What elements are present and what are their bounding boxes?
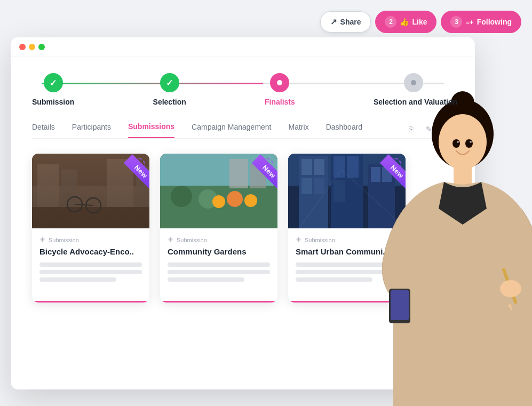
tab-campaign[interactable]: Campaign Management [192, 123, 271, 138]
card-tag-2: ✳ Submission [168, 236, 270, 244]
card-lines-2 [168, 262, 270, 282]
card-tag-label-3: Submission [305, 237, 335, 243]
like-button[interactable]: 2 👍 Like [375, 11, 436, 33]
svg-point-7 [67, 197, 82, 212]
like-icon: 👍 [400, 18, 409, 26]
svg-point-17 [212, 195, 225, 208]
card-bottom-line-2 [160, 301, 277, 302]
following-button[interactable]: 3 ≡+ Following [441, 11, 521, 33]
person-area [351, 59, 532, 406]
check-icon: ✓ [50, 78, 57, 88]
step-circle-finalists [270, 73, 289, 92]
step-valuation: Selection and Valuation [374, 73, 454, 106]
svg-point-48 [457, 141, 459, 143]
steps-container: ✓ Submission ✓ Selection F [32, 73, 454, 106]
svg-rect-24 [314, 159, 324, 175]
svg-point-45 [500, 280, 521, 297]
step-label-selection: Selection [153, 98, 186, 106]
minimize-dot[interactable] [29, 44, 35, 50]
card-tag-label-2: Submission [177, 237, 207, 243]
svg-rect-4 [61, 170, 77, 207]
card-line [168, 277, 244, 282]
step-finalists: Finalists [265, 73, 295, 106]
step-selection: ✓ Selection [153, 73, 186, 106]
card-2[interactable]: New ✳ Submission Community Gardens [160, 154, 277, 302]
new-badge-1: New [107, 154, 149, 196]
like-label: Like [412, 18, 427, 26]
new-badge-text-2: New [252, 154, 277, 189]
tab-submissions[interactable]: Submissions [128, 122, 174, 138]
svg-rect-1 [32, 207, 149, 228]
share-button[interactable]: ↗ Share [320, 11, 371, 33]
window-controls [19, 44, 45, 50]
share-icon: ↗ [330, 17, 337, 27]
scene: ↗ Share 2 👍 Like 3 ≡+ Following [0, 0, 532, 406]
svg-rect-28 [334, 156, 345, 178]
step-circle-submission: ✓ [44, 73, 63, 92]
svg-rect-42 [391, 290, 409, 320]
new-badge-text-1: New [124, 154, 149, 189]
svg-rect-3 [37, 164, 59, 207]
browser-titlebar [11, 37, 475, 57]
new-badge-2: New [235, 154, 277, 196]
action-bar: ↗ Share 2 👍 Like 3 ≡+ Following [320, 11, 521, 33]
maximize-dot[interactable] [38, 44, 45, 50]
svg-rect-25 [301, 178, 312, 194]
step-label-finalists: Finalists [265, 98, 295, 106]
card-body-2: ✳ Submission Community Gardens [160, 228, 277, 292]
svg-rect-26 [314, 178, 324, 194]
check-icon-2: ✓ [166, 78, 173, 88]
card-image-1: New [32, 154, 149, 228]
following-label: Following [477, 18, 512, 26]
card-body-1: ✳ Submission Bicycle Advocacy-Enco.. [32, 228, 149, 292]
step-label-valuation: Selection and Valuation [374, 98, 454, 106]
card-line [39, 270, 142, 274]
new-badge-text-3: New [380, 154, 406, 189]
svg-point-38 [439, 114, 487, 170]
step-circle-valuation [404, 73, 423, 92]
card-title-2: Community Gardens [168, 247, 270, 256]
card-1[interactable]: New ✳ Submission Bicycle Advocacy-Enco.. [32, 154, 149, 302]
card-lines-1 [39, 262, 142, 282]
svg-rect-30 [334, 180, 345, 202]
svg-rect-23 [301, 159, 312, 175]
card-image-2: New [160, 154, 277, 228]
svg-point-15 [171, 186, 192, 207]
submission-icon-1: ✳ [39, 236, 45, 244]
person-svg [351, 59, 532, 406]
submission-icon-2: ✳ [168, 236, 173, 244]
card-bottom-line-1 [32, 301, 149, 302]
submission-icon-3: ✳ [296, 236, 301, 244]
new-badge-3: New [363, 154, 406, 196]
like-count: 2 [385, 16, 396, 28]
share-label: Share [340, 18, 361, 26]
close-dot[interactable] [19, 44, 26, 50]
card-line [168, 262, 270, 267]
tab-matrix[interactable]: Matrix [289, 123, 309, 138]
inactive-dot [411, 80, 416, 85]
card-line [39, 262, 142, 267]
step-submission: ✓ Submission [32, 73, 74, 106]
card-title-1: Bicycle Advocacy-Enco.. [39, 247, 142, 256]
tab-participants[interactable]: Participants [72, 123, 111, 138]
svg-point-47 [465, 139, 473, 148]
progress-section: ✓ Submission ✓ Selection F [32, 73, 454, 106]
svg-line-9 [75, 204, 93, 205]
tab-details[interactable]: Details [32, 123, 55, 138]
card-line [39, 277, 116, 282]
svg-rect-39 [454, 166, 472, 185]
step-circle-selection: ✓ [160, 73, 179, 92]
card-tag-label-1: Submission [49, 237, 79, 243]
card-tag-1: ✳ Submission [39, 236, 142, 244]
step-label-submission: Submission [32, 98, 74, 106]
svg-point-49 [470, 141, 472, 143]
following-icon: ≡+ [465, 18, 473, 26]
card-line [168, 270, 270, 274]
svg-point-46 [452, 139, 460, 148]
svg-point-8 [86, 198, 101, 213]
following-count: 3 [450, 16, 462, 28]
active-dot [277, 80, 282, 85]
